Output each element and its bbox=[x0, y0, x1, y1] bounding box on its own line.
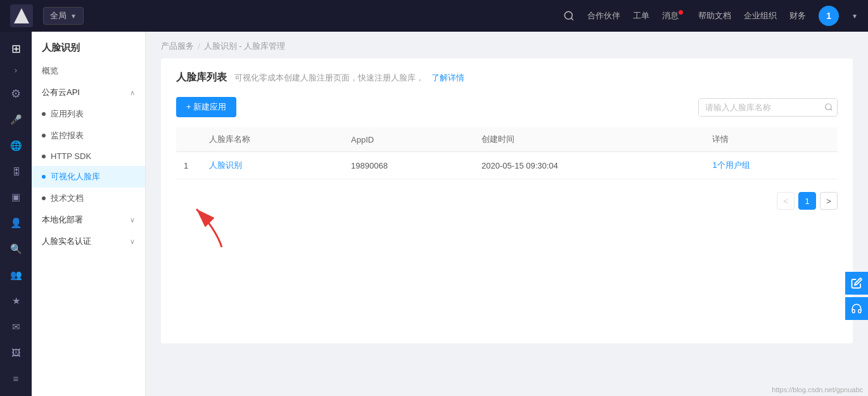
user-avatar[interactable]: 1 bbox=[819, 6, 839, 26]
pagination-prev[interactable]: < bbox=[777, 192, 795, 210]
sidebar-item-http-sdk[interactable]: HTTP SDK bbox=[32, 146, 145, 166]
logo-icon bbox=[14, 8, 29, 23]
edit-icon bbox=[851, 278, 862, 289]
sidebar-section-face-auth[interactable]: 人脸实名认证 ∨ bbox=[32, 231, 145, 252]
nav-actions: 合作伙伴 工单 消息 帮助文档 企业组织 财务 1 ▼ bbox=[563, 6, 858, 26]
page-content-box: 人脸库列表 可视化零成本创建人脸注册页面，快速注册人脸库， 了解详情 + 新建应… bbox=[161, 58, 853, 343]
page-header: 人脸库列表 可视化零成本创建人脸注册页面，快速注册人脸库， 了解详情 bbox=[176, 71, 838, 84]
bullet-icon bbox=[42, 112, 46, 116]
learn-more-link[interactable]: 了解详情 bbox=[431, 72, 464, 84]
chevron-up-icon: ∧ bbox=[130, 89, 135, 97]
face-db-name-link[interactable]: 人脸识别 bbox=[209, 160, 242, 170]
top-navigation: 全局 ▼ 合作伙伴 工单 消息 帮助文档 企业组织 财务 1 ▼ bbox=[0, 0, 868, 32]
headphone-float-btn[interactable] bbox=[845, 297, 868, 320]
cell-name: 人脸识别 bbox=[201, 152, 343, 179]
icon-bar-globe[interactable]: 🌐 bbox=[4, 134, 27, 156]
bullet-icon bbox=[42, 175, 46, 179]
search-submit-btn[interactable] bbox=[818, 99, 838, 115]
search-nav-btn[interactable] bbox=[563, 10, 575, 22]
icon-bar: ⊞ › ⚙ 🎤 🌐 🎛 ▣ 👤 🔍 👥 ★ ✉ 🖼 ≡ bbox=[0, 32, 32, 396]
org-link[interactable]: 企业组织 bbox=[744, 10, 777, 22]
sidebar-item-overview[interactable]: 概览 bbox=[32, 60, 145, 82]
edit-float-btn[interactable] bbox=[845, 272, 868, 295]
face-db-table: 人脸库名称 AppID 创建时间 详情 1 人脸识别 19890068 2020… bbox=[176, 127, 838, 179]
icon-bar-search[interactable]: 🔍 bbox=[4, 238, 27, 260]
chevron-down-icon: ∨ bbox=[130, 238, 135, 246]
svg-point-0 bbox=[565, 11, 572, 19]
message-link[interactable]: 消息 bbox=[662, 10, 686, 22]
icon-bar-box[interactable]: ▣ bbox=[4, 186, 27, 208]
svg-line-1 bbox=[571, 18, 573, 20]
bullet-icon bbox=[42, 196, 46, 200]
icon-bar-settings[interactable]: ⚙ bbox=[4, 82, 27, 105]
breadcrumb-current: 人脸识别 - 人脸库管理 bbox=[204, 41, 286, 52]
icon-bar-people[interactable]: 👥 bbox=[4, 264, 27, 286]
cell-index: 1 bbox=[176, 152, 201, 179]
face-db-detail-link[interactable]: 1个用户组 bbox=[712, 160, 750, 170]
sidebar-section-local-deploy[interactable]: 本地化部署 ∨ bbox=[32, 209, 145, 231]
col-created: 创建时间 bbox=[474, 127, 705, 152]
page-title: 人脸库列表 bbox=[176, 71, 227, 84]
sidebar-item-tech-docs[interactable]: 技术文档 bbox=[32, 188, 145, 209]
sidebar-section-public-api[interactable]: 公有云API ∧ bbox=[32, 82, 145, 103]
icon-bar-tune[interactable]: 🎛 bbox=[4, 160, 27, 182]
user-dropdown-icon[interactable]: ▼ bbox=[852, 13, 858, 20]
cell-appid: 19890068 bbox=[343, 152, 474, 179]
ticket-link[interactable]: 工单 bbox=[633, 10, 649, 22]
sidebar-title: 人脸识别 bbox=[32, 32, 145, 60]
pagination-current[interactable]: 1 bbox=[798, 192, 816, 210]
sidebar-item-monitor[interactable]: 监控报表 bbox=[32, 125, 145, 146]
col-detail: 详情 bbox=[705, 127, 838, 152]
breadcrumb: 产品服务 / 人脸识别 - 人脸库管理 bbox=[146, 32, 868, 58]
icon-bar-dashboard[interactable]: ⊞ bbox=[4, 38, 27, 60]
finance-link[interactable]: 财务 bbox=[789, 10, 806, 22]
headphone-icon bbox=[851, 303, 862, 314]
partner-link[interactable]: 合作伙伴 bbox=[587, 10, 620, 22]
region-label: 全局 bbox=[50, 10, 67, 22]
float-buttons bbox=[845, 272, 868, 320]
svg-line-3 bbox=[831, 109, 833, 111]
chevron-down-icon: ∨ bbox=[130, 216, 135, 224]
region-selector[interactable]: 全局 ▼ bbox=[43, 7, 84, 25]
main-content: 产品服务 / 人脸识别 - 人脸库管理 人脸库列表 可视化零成本创建人脸注册页面… bbox=[146, 32, 868, 396]
breadcrumb-sep: / bbox=[198, 42, 200, 51]
icon-bar-image[interactable]: 🖼 bbox=[4, 342, 27, 364]
bullet-icon bbox=[42, 134, 46, 137]
message-badge bbox=[679, 10, 683, 15]
logo bbox=[10, 4, 33, 27]
pagination: < 1 > bbox=[176, 192, 838, 210]
search-icon bbox=[824, 103, 833, 112]
pagination-next[interactable]: > bbox=[820, 192, 838, 210]
table-row: 1 人脸识别 19890068 2020-05-15 09:30:04 1个用户… bbox=[176, 152, 838, 179]
icon-bar-expand[interactable]: › bbox=[10, 64, 22, 76]
chevron-down-icon: ▼ bbox=[70, 13, 77, 20]
sidebar-item-app-list[interactable]: 应用列表 bbox=[32, 103, 145, 125]
page-description: 可视化零成本创建人脸注册页面，快速注册人脸库， bbox=[234, 72, 424, 84]
add-app-button[interactable]: + 新建应用 bbox=[176, 97, 236, 117]
search-box bbox=[698, 98, 838, 117]
sidebar: 人脸识别 概览 公有云API ∧ 应用列表 监控报表 HTTP SDK 可视化人… bbox=[32, 32, 146, 396]
toolbar: + 新建应用 bbox=[176, 97, 838, 117]
main-layout: ⊞ › ⚙ 🎤 🌐 🎛 ▣ 👤 🔍 👥 ★ ✉ 🖼 ≡ 人脸识别 概览 公有云A… bbox=[0, 32, 868, 396]
svg-point-2 bbox=[826, 104, 831, 110]
col-name: 人脸库名称 bbox=[201, 127, 343, 152]
icon-bar-face[interactable]: 👤 bbox=[4, 212, 27, 234]
watermark: https://blog.csdn.net/gpnuabc bbox=[772, 386, 863, 393]
icon-bar-star[interactable]: ★ bbox=[4, 290, 27, 312]
help-link[interactable]: 帮助文档 bbox=[698, 10, 731, 22]
cell-detail: 1个用户组 bbox=[705, 152, 838, 179]
col-index bbox=[176, 127, 201, 152]
breadcrumb-product[interactable]: 产品服务 bbox=[161, 41, 194, 52]
search-icon bbox=[563, 10, 575, 22]
sidebar-item-visual-db[interactable]: 可视化人脸库 bbox=[32, 166, 145, 188]
icon-bar-mic[interactable]: 🎤 bbox=[4, 108, 27, 131]
col-appid: AppID bbox=[343, 127, 474, 152]
icon-bar-list[interactable]: ≡ bbox=[4, 367, 27, 390]
search-input[interactable] bbox=[699, 99, 818, 116]
icon-bar-mail[interactable]: ✉ bbox=[4, 316, 27, 338]
bullet-icon bbox=[42, 155, 46, 158]
cell-created: 2020-05-15 09:30:04 bbox=[474, 152, 705, 179]
